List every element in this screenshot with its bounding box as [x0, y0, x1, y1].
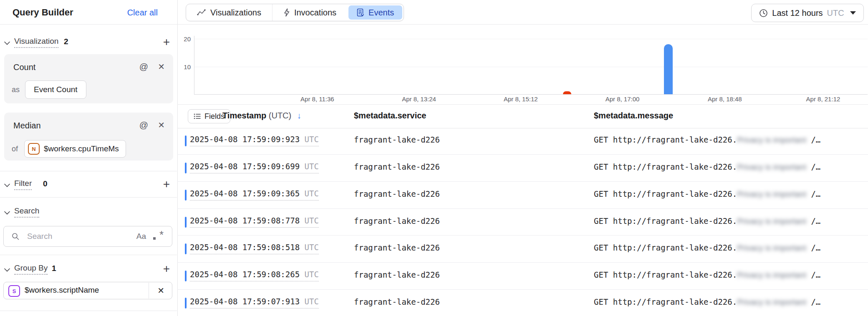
event-marker-bar [185, 271, 187, 281]
timestamp-timezone: UTC [305, 243, 319, 252]
timestamp-cell[interactable]: 2025-04-08 17:59:08:265 UTC [190, 270, 319, 281]
divider [0, 197, 177, 198]
alias-pill[interactable]: Event Count [25, 80, 86, 99]
search-section-label[interactable]: Search [14, 206, 39, 218]
service-cell: fragrant-lake-d226 [354, 216, 440, 226]
sidebar-header: Query Builder Clear all [0, 0, 177, 25]
events-table-header: Fields Timestamp (UTC) ↓ $metadata.servi… [177, 104, 868, 128]
redacted-text: Privacy is important [737, 163, 806, 171]
chevron-down-icon[interactable] [4, 266, 10, 273]
visualization-section-label[interactable]: Visualization [14, 37, 58, 48]
tab-visualizations[interactable]: Visualizations [186, 4, 272, 21]
redacted-text: Privacy is important [737, 217, 806, 226]
clear-all-link[interactable]: Clear all [127, 8, 158, 18]
group-by-section-header: Group By 1 + [0, 262, 177, 276]
remove-card-icon[interactable]: ✕ [158, 62, 165, 72]
chevron-down-icon[interactable] [4, 181, 10, 189]
lightning-icon [283, 8, 290, 17]
service-cell: fragrant-lake-d226 [354, 243, 440, 252]
histogram-bar[interactable] [664, 44, 673, 94]
y-axis-tick-label: 10 [177, 63, 191, 70]
results-topbar: Visualizations Invocations Events [177, 0, 868, 25]
tab-label: Visualizations [210, 8, 261, 18]
group-by-count: 1 [52, 264, 56, 273]
redacted-text: Privacy is important [737, 271, 806, 279]
remove-card-icon[interactable]: ✕ [158, 120, 165, 130]
message-cell: GET http://fragrant-lake-d226.Privacy is… [594, 243, 820, 253]
search-icon [11, 232, 20, 242]
message-cell: GET http://fragrant-lake-d226.Privacy is… [594, 135, 820, 145]
timestamp-cell[interactable]: 2025-04-08 17:59:09:365 UTC [190, 189, 319, 201]
search-placeholder: Search [27, 232, 52, 241]
tab-events[interactable]: Events [348, 5, 402, 20]
event-marker-bar [185, 135, 187, 146]
add-filter-button[interactable]: + [163, 178, 170, 190]
redacted-text: Privacy is important [737, 243, 806, 252]
service-cell: fragrant-lake-d226 [354, 297, 440, 306]
timestamp-cell[interactable]: 2025-04-08 17:59:09:699 UTC [190, 162, 319, 173]
group-by-section-label[interactable]: Group By [14, 263, 48, 275]
field-reference-icon[interactable]: @ [139, 62, 148, 72]
table-row[interactable]: 2025-04-08 17:59:09:923 UTC fragrant-lak… [177, 128, 868, 155]
add-visualization-button[interactable]: + [163, 36, 170, 48]
field-pill[interactable]: N $workers.cpuTimeMs [24, 140, 126, 158]
table-row[interactable]: 2025-04-08 17:59:09:365 UTC fragrant-lak… [177, 182, 868, 209]
alias-pill-label: Event Count [34, 85, 78, 94]
x-axis-tick-label: Apr 8, 18:48 [696, 95, 754, 103]
query-builder-app: Query Builder Clear all Visualization 2 … [0, 0, 868, 316]
remove-group-by-icon[interactable]: ✕ [157, 286, 164, 296]
match-case-toggle[interactable]: Aa [136, 232, 146, 241]
divider [0, 255, 177, 255]
message-cell: GET http://fragrant-lake-d226.Privacy is… [594, 162, 820, 172]
line-chart-icon [197, 9, 206, 16]
column-header-service[interactable]: $metadata.service [354, 111, 426, 120]
timestamp-cell[interactable]: 2025-04-08 17:59:08:518 UTC [190, 243, 319, 254]
message-cell: GET http://fragrant-lake-d226.Privacy is… [594, 189, 820, 199]
table-row[interactable]: 2025-04-08 17:59:08:265 UTC fragrant-lak… [177, 263, 868, 290]
histogram-bar[interactable] [563, 91, 571, 94]
x-axis-line [194, 94, 868, 95]
timestamp-timezone: UTC [305, 135, 319, 144]
table-row[interactable]: 2025-04-08 17:59:08:778 UTC fragrant-lak… [177, 209, 868, 236]
tab-invocations[interactable]: Invocations [272, 4, 347, 21]
group-by-pill[interactable]: S $workers.scriptName ✕ [3, 282, 172, 299]
timestamp-cell[interactable]: 2025-04-08 17:59:07:913 UTC [190, 297, 319, 308]
regex-toggle-icon[interactable]: * [153, 230, 164, 242]
divider [149, 283, 149, 298]
events-histogram: 2010Apr 8, 11:36Apr 8, 13:24Apr 8, 15:12… [177, 24, 868, 104]
time-range-selector[interactable]: Last 12 hours UTC [751, 4, 864, 22]
timestamp-timezone: UTC [305, 216, 319, 225]
timestamp-timezone-suffix: (UTC) [269, 111, 291, 120]
service-cell: fragrant-lake-d226 [354, 270, 440, 279]
number-type-badge: N [28, 143, 40, 155]
y-axis-tick-label: 20 [177, 35, 191, 43]
redacted-text: Privacy is important [737, 190, 806, 198]
table-row[interactable]: 2025-04-08 17:59:09:699 UTC fragrant-lak… [177, 155, 868, 182]
x-axis-tick-label: Apr 8, 17:00 [593, 95, 652, 103]
view-tabs: Visualizations Invocations Events [186, 4, 404, 21]
timestamp-cell[interactable]: 2025-04-08 17:59:08:778 UTC [190, 216, 319, 228]
table-row[interactable]: 2025-04-08 17:59:07:913 UTC fragrant-lak… [177, 290, 868, 316]
timestamp-timezone: UTC [305, 297, 319, 306]
chevron-down-icon[interactable] [4, 39, 10, 47]
column-header-timestamp[interactable]: Timestamp (UTC) ↓ [222, 111, 301, 120]
chevron-down-icon[interactable] [4, 209, 10, 216]
x-axis-tick-label: Apr 8, 11:36 [288, 95, 346, 103]
x-axis-tick-label: Apr 8, 21:12 [794, 95, 852, 103]
event-marker-bar [185, 298, 187, 308]
service-cell: fragrant-lake-d226 [354, 162, 440, 171]
events-table-body: 2025-04-08 17:59:09:923 UTC fragrant-lak… [177, 128, 868, 316]
search-input[interactable]: Search Aa * [3, 226, 172, 247]
page-title: Query Builder [13, 7, 73, 18]
add-group-by-button[interactable]: + [163, 263, 170, 275]
tab-label: Invocations [294, 8, 336, 18]
filter-section-label[interactable]: Filter [14, 179, 32, 190]
event-marker-bar [185, 190, 187, 201]
string-type-badge: S [8, 285, 20, 297]
table-row[interactable]: 2025-04-08 17:59:08:518 UTC fragrant-lak… [177, 236, 868, 263]
visualization-section-header: Visualization 2 + [0, 35, 177, 49]
timestamp-cell[interactable]: 2025-04-08 17:59:09:923 UTC [190, 135, 319, 146]
column-header-message[interactable]: $metadata.message [594, 111, 673, 120]
field-reference-icon[interactable]: @ [139, 120, 148, 130]
sort-descending-icon[interactable]: ↓ [297, 111, 301, 120]
